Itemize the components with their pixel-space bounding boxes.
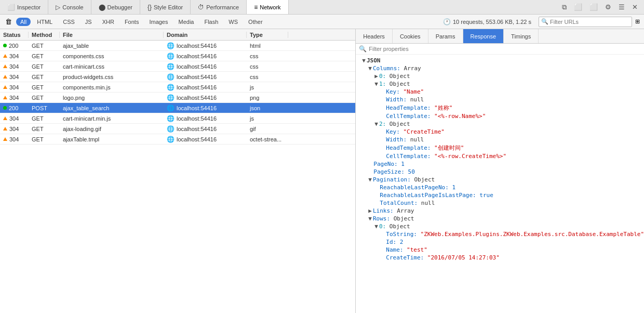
panel-tab-response[interactable]: Response xyxy=(463,29,504,43)
filter-tab-images[interactable]: Images xyxy=(145,18,172,26)
tree-item: Width: null xyxy=(356,96,644,103)
filter-tab-css[interactable]: CSS xyxy=(59,18,79,26)
tab-network[interactable]: ≡ Network xyxy=(247,0,288,14)
filter-search-icon: 🔍 xyxy=(359,45,367,53)
table-row[interactable]: 304 GET ajax-loading.gif 🌐 localhost:544… xyxy=(0,124,355,134)
method-cell: GET xyxy=(29,74,60,80)
tree-toggle[interactable]: ▼ xyxy=(368,65,372,72)
tree-toggle[interactable]: ▼ xyxy=(374,121,378,127)
filter-tab-media[interactable]: Media xyxy=(174,18,198,26)
table-row[interactable]: 304 GET cart-minicart.min.js 🌐 localhost… xyxy=(0,113,355,124)
tree-toggle[interactable]: ▶ xyxy=(368,207,372,214)
tree-item: Key: "Name" xyxy=(356,88,644,96)
tree-key: Links: xyxy=(373,207,394,214)
tree-value: null xyxy=(410,96,424,103)
request-summary: 10 requests, 553.06 KB, 1.22 s xyxy=(453,19,531,25)
tree-value: "test" xyxy=(407,246,427,253)
table-row[interactable]: 200 GET ajax_table 🌐 localhost:54416 htm… xyxy=(0,41,355,51)
status-cell: 304 xyxy=(0,84,29,90)
tree-key: 0: xyxy=(379,223,386,230)
filter-tab-js[interactable]: JS xyxy=(81,18,96,26)
persist-logs-button[interactable]: ⊞ xyxy=(634,17,641,26)
filter-bar: 🗑 All HTML CSS JS XHR Fonts Images Media… xyxy=(0,15,644,29)
tree-key: ReachableLastPageIsLastPage: xyxy=(380,192,476,199)
tree-value: "2016/07/05 14:27:03" xyxy=(427,254,500,261)
domain-value: localhost:54416 xyxy=(177,105,217,111)
type-cell: js xyxy=(247,115,288,122)
panel-tab-headers[interactable]: Headers xyxy=(356,29,393,43)
request-list: Status Method File Domain Type 200 GET a… xyxy=(0,29,356,313)
tree-key: 2: xyxy=(379,121,386,127)
table-row[interactable]: 304 GET components.css 🌐 localhost:54416… xyxy=(0,51,355,61)
status-cell: 200 xyxy=(0,43,29,49)
tree-key: 0: xyxy=(379,73,386,80)
table-row[interactable]: 304 GET product-widgets.css 🌐 localhost:… xyxy=(0,72,355,82)
tree-key: TotalCount: xyxy=(380,200,418,206)
type-cell: json xyxy=(247,105,288,111)
filter-tab-other[interactable]: Other xyxy=(244,18,267,26)
tree-toggle[interactable]: ▼ xyxy=(374,223,378,230)
tree-value: 1 xyxy=(401,161,405,167)
tree-toggle[interactable]: ▼ xyxy=(374,81,378,87)
tree-key: Pagination: xyxy=(373,176,411,183)
close-button[interactable]: ✕ xyxy=(630,2,640,12)
tree-toggle[interactable]: ▼ xyxy=(362,57,366,64)
settings-button[interactable]: ⚙ xyxy=(603,2,613,12)
filter-properties-input[interactable] xyxy=(369,46,641,52)
filter-tab-all[interactable]: All xyxy=(16,18,31,26)
tree-value: "<%-row.Name%>" xyxy=(434,113,486,120)
tree-toggle[interactable]: ▼ xyxy=(368,215,372,222)
tab-console[interactable]: ▷ Console xyxy=(48,0,91,14)
panel-tab-timings[interactable]: Timings xyxy=(504,29,539,43)
file-cell: ajax_table_search xyxy=(60,105,164,111)
filter-url-input[interactable] xyxy=(550,19,623,25)
status-cell: 304 xyxy=(0,115,29,122)
tree-item: Width: null xyxy=(356,136,644,144)
filter-tab-fonts[interactable]: Fonts xyxy=(120,18,143,26)
responsive-button[interactable]: ☰ xyxy=(616,2,627,12)
tree-key: Width: xyxy=(386,96,407,103)
status-code: 304 xyxy=(9,63,19,70)
tree-value: "姓称" xyxy=(434,105,452,111)
tab-debugger[interactable]: ⬤ Debugger xyxy=(91,0,140,14)
tab-performance[interactable]: ⏱ Performance xyxy=(191,0,247,14)
table-row[interactable]: 304 GET cart-minicart.css 🌐 localhost:54… xyxy=(0,61,355,72)
filter-url-box[interactable]: 🔍 xyxy=(539,17,632,27)
tab-style-editor[interactable]: {} Style Editor xyxy=(140,0,191,14)
globe-icon: 🌐 xyxy=(167,115,175,122)
domain-value: localhost:54416 xyxy=(177,53,217,59)
status-dot-warning xyxy=(3,96,7,99)
tree-toggle[interactable]: ▶ xyxy=(374,73,378,80)
col-domain: Domain xyxy=(164,32,247,38)
tree-item: ▼JSON xyxy=(356,57,644,64)
tree-key: Name: xyxy=(386,246,403,253)
tree-key: CellTemplate: xyxy=(386,113,431,120)
split-vertical-button[interactable]: ⬜ xyxy=(572,2,584,12)
clear-button[interactable]: 🗑 xyxy=(3,17,14,27)
table-row[interactable]: 304 GET logo.png 🌐 localhost:54416 png xyxy=(0,93,355,103)
status-dot-warning xyxy=(3,137,7,141)
tree-toggle[interactable]: ▼ xyxy=(368,176,372,183)
tree-value: Array xyxy=(404,65,421,72)
domain-cell: 🌐 localhost:54416 xyxy=(164,42,247,49)
panel-tab-params[interactable]: Params xyxy=(428,29,463,43)
filter-tab-html[interactable]: HTML xyxy=(33,18,57,26)
file-cell: components.min.js xyxy=(60,84,164,90)
filter-tab-ws[interactable]: WS xyxy=(224,18,242,26)
filter-tab-flash[interactable]: Flash xyxy=(200,18,222,26)
right-panel: HeadersCookiesParamsResponseTimings 🔍 ▼J… xyxy=(356,29,644,313)
status-cell: 304 xyxy=(0,63,29,70)
panel-tab-cookies[interactable]: Cookies xyxy=(393,29,428,43)
file-cell: ajaxTable.tmpl xyxy=(60,136,164,142)
table-row[interactable]: 304 GET components.min.js 🌐 localhost:54… xyxy=(0,82,355,93)
table-row[interactable]: 200 POST ajax_table_search 🌐 localhost:5… xyxy=(0,103,355,113)
filter-tab-xhr[interactable]: XHR xyxy=(98,18,118,26)
table-row[interactable]: 304 GET ajaxTable.tmpl 🌐 localhost:54416… xyxy=(0,134,355,145)
dock-button[interactable]: ⬜ xyxy=(587,2,600,12)
domain-cell: 🌐 localhost:54416 xyxy=(164,73,247,81)
split-horizontal-button[interactable]: ⧉ xyxy=(560,2,569,12)
tree-key: Width: xyxy=(386,136,407,143)
filter-properties-bar[interactable]: 🔍 xyxy=(356,44,644,55)
globe-icon: 🌐 xyxy=(167,94,175,101)
tab-inspector[interactable]: ⬜ Inspector xyxy=(0,0,48,14)
